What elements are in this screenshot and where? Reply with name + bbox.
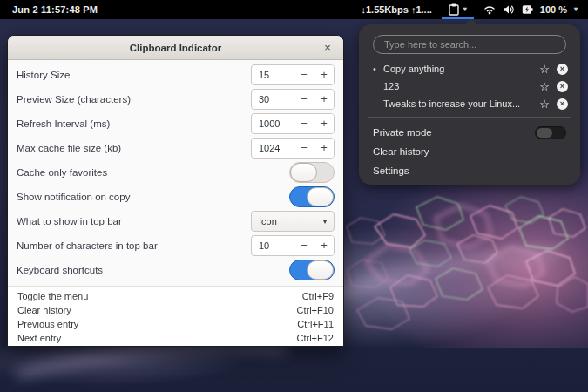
shortcut-row[interactable]: Clear history Ctrl+F10 [8, 303, 343, 317]
topbar-display-select[interactable]: Icon ▾ [251, 211, 335, 232]
shortcut-accel: Ctrl+F11 [297, 319, 334, 329]
decrement-button[interactable]: − [294, 139, 314, 158]
chevron-down-icon: ▾ [463, 6, 467, 13]
search-box [373, 35, 566, 54]
setting-label: What to show in top bar [17, 216, 122, 226]
shortcut-accel: Ctrl+F10 [297, 305, 335, 315]
keyboard-shortcuts-switch[interactable] [289, 260, 335, 280]
setting-label: Keyboard shortcuts [17, 265, 103, 275]
shortcut-row[interactable]: Previous entry Ctrl+F11 [8, 317, 343, 331]
clipboard-settings-window: Clipboard Indicator × History Size 15 − … [7, 35, 344, 347]
switch-knob [537, 128, 552, 138]
settings-row-keyboard-shortcuts: Keyboard shortcuts [8, 258, 343, 282]
spinner-value[interactable]: 1024 [252, 139, 294, 158]
setting-label: Max cache file size (kb) [17, 143, 121, 153]
wifi-icon [483, 4, 496, 15]
shortcut-action: Toggle the menu [17, 291, 88, 301]
num-characters-spinner: 10 − + [251, 235, 335, 256]
clipboard-indicator-button[interactable]: ▾ [441, 0, 475, 19]
chevron-down-icon: ▾ [323, 218, 327, 226]
private-mode-switch[interactable] [535, 126, 566, 139]
settings-row-refresh-interval: Refresh Interval (ms) 1000 − + [8, 112, 343, 136]
setting-label: Preview Size (characters) [17, 94, 131, 105]
clipboard-icon [449, 3, 459, 16]
setting-label: Number of characters in top bar [17, 240, 158, 251]
clock-button[interactable]: Jun 2 11:57:48 PM [12, 4, 98, 15]
clipboard-entry-label: 123 [373, 81, 539, 91]
clipboard-entry[interactable]: • Copy anything ☆ × [359, 60, 580, 78]
battery-percentage: 100 % [540, 4, 567, 15]
top-bar-right: ↓1.55Kbps ↑1.... ▾ [361, 0, 588, 19]
remove-entry-icon[interactable]: × [557, 64, 568, 75]
settings-row-cache-only-favorites: Cache only favorites [8, 160, 343, 185]
settings-row-topbar-display: What to show in top bar Icon ▾ [8, 209, 343, 233]
decrement-button[interactable]: − [294, 236, 314, 255]
spinner-value[interactable]: 10 [252, 236, 294, 255]
history-size-spinner: 15 − + [251, 64, 335, 85]
search-input[interactable] [374, 39, 565, 50]
switch-knob [307, 260, 334, 280]
current-entry-bullet: • [373, 64, 383, 74]
battery-icon [522, 4, 533, 15]
menu-divider [368, 117, 571, 118]
network-speed-indicator[interactable]: ↓1.55Kbps ↑1.... [361, 4, 431, 15]
private-mode-label: Private mode [373, 127, 432, 138]
max-cache-size-spinner: 1024 − + [251, 138, 335, 159]
select-value: Icon [259, 216, 277, 226]
favorite-star-icon[interactable]: ☆ [539, 64, 550, 75]
remove-entry-icon[interactable]: × [557, 81, 568, 92]
spinner-value[interactable]: 30 [252, 90, 294, 109]
clipboard-menu-popover: • Copy anything ☆ × 123 ☆ × Tweaks to in… [359, 24, 580, 185]
private-mode-item[interactable]: Private mode [359, 123, 580, 142]
shortcut-row[interactable]: Next entry Ctrl+F12 [8, 331, 343, 345]
shortcuts-list: Toggle the menu Ctrl+F9 Clear history Ct… [8, 286, 343, 347]
clear-history-item[interactable]: Clear history [359, 142, 580, 161]
settings-row-history-size: History Size 15 − + [8, 63, 343, 87]
increment-button[interactable]: + [314, 236, 334, 255]
shortcut-row[interactable]: Toggle the menu Ctrl+F9 [8, 289, 343, 303]
setting-label: History Size [17, 70, 70, 80]
settings-label: Settings [373, 166, 409, 176]
shortcut-action: Next entry [17, 333, 61, 343]
favorite-star-icon[interactable]: ☆ [539, 81, 550, 92]
decrement-button[interactable]: − [294, 65, 314, 84]
increment-button[interactable]: + [314, 139, 334, 158]
increment-button[interactable]: + [314, 114, 334, 133]
window-title: Clipboard Indicator [130, 43, 221, 53]
clipboard-entry-label: Tweaks to increase your Linux... [373, 98, 539, 109]
favorite-star-icon[interactable]: ☆ [539, 98, 550, 110]
volume-icon [503, 4, 515, 15]
show-notification-switch[interactable] [289, 186, 335, 207]
settings-row-preview-size: Preview Size (characters) 30 − + [8, 87, 343, 112]
shortcut-action: Previous entry [17, 319, 78, 329]
window-titlebar[interactable]: Clipboard Indicator × [8, 36, 343, 60]
setting-label: Show notification on copy [17, 192, 130, 202]
spinner-value[interactable]: 1000 [252, 114, 294, 133]
settings-item[interactable]: Settings [359, 161, 580, 180]
settings-body: History Size 15 − + Preview Size (charac… [8, 60, 343, 347]
remove-entry-icon[interactable]: × [557, 98, 568, 110]
settings-row-num-characters: Number of characters in top bar 10 − + [8, 233, 343, 258]
increment-button[interactable]: + [314, 90, 334, 109]
refresh-interval-spinner: 1000 − + [251, 113, 335, 134]
switch-knob [307, 187, 334, 206]
shortcut-accel: Ctrl+F9 [302, 291, 334, 301]
shortcut-action: Clear history [17, 305, 71, 315]
clear-history-label: Clear history [373, 146, 429, 157]
settings-row-max-cache-size: Max cache file size (kb) 1024 − + [8, 136, 343, 160]
close-button[interactable]: × [319, 39, 336, 57]
decrement-button[interactable]: − [294, 114, 314, 133]
clipboard-entry[interactable]: Tweaks to increase your Linux... ☆ × [359, 95, 580, 112]
system-status-area[interactable]: 100 % ▾ [475, 0, 588, 19]
setting-label: Refresh Interval (ms) [17, 118, 110, 129]
settings-row-show-notification: Show notification on copy [8, 185, 343, 209]
chevron-down-icon: ▾ [574, 6, 578, 13]
spinner-value[interactable]: 15 [252, 65, 294, 84]
increment-button[interactable]: + [314, 65, 334, 84]
setting-label: Cache only favorites [17, 167, 107, 178]
cache-only-favorites-switch[interactable] [289, 162, 335, 183]
decrement-button[interactable]: − [294, 90, 314, 109]
switch-knob [290, 163, 317, 182]
top-bar: Jun 2 11:57:48 PM ↓1.55Kbps ↑1.... ▾ [0, 0, 588, 19]
clipboard-entry[interactable]: 123 ☆ × [359, 78, 580, 95]
